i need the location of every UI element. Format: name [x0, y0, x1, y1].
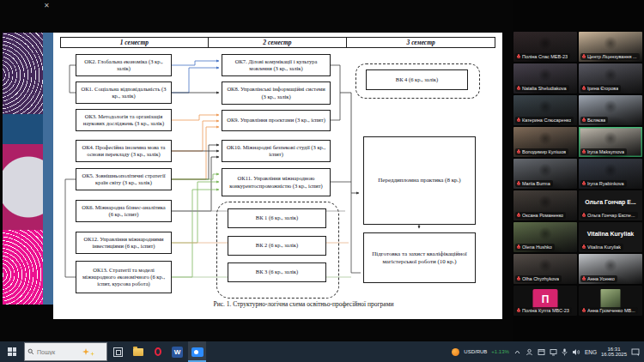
- course-box-ok8: ОК8. Управлінські інформаційні системи (…: [222, 81, 331, 105]
- course-box-ok9: ОК9. Управління проєктами (3 кр., іспит): [222, 110, 331, 131]
- participant-tile[interactable]: Анна Громченко МВ...: [579, 286, 642, 316]
- participant-name: Olena Hushko: [522, 244, 552, 250]
- participant-tile[interactable]: Володимир Кулішов: [513, 127, 577, 157]
- participant-tile[interactable]: Vitalina KuryliakVitalina Kuryliak: [579, 222, 642, 252]
- participant-tile[interactable]: Mariia Burma: [513, 159, 577, 189]
- screen-share-area: ✕: [0, 0, 513, 341]
- participant-name-pill: Анна Усенко: [580, 275, 617, 282]
- participant-name-pill: Катерина Слюсаренко: [515, 117, 574, 124]
- participant-name: Володимир Кулішов: [522, 149, 566, 154]
- participant-name-pill: Центр Ліцензування ...: [580, 53, 640, 60]
- muted-mic-icon: [517, 276, 520, 281]
- screen: ✕: [0, 0, 644, 362]
- participant-tile[interactable]: Анна Усенко: [579, 254, 642, 284]
- participant-tile[interactable]: Iryna Ryabinkova: [579, 159, 642, 189]
- clock[interactable]: 16:31 16.05.2025: [601, 347, 627, 357]
- close-icon[interactable]: ✕: [44, 2, 50, 9]
- copilot-sparkle-icon: [82, 348, 89, 355]
- participant-name-pill: Mariia Burma: [515, 180, 553, 187]
- windows-logo-icon: [8, 347, 16, 356]
- participant-name-pill: Анна Громченко МВ...: [580, 307, 638, 314]
- participant-name: Ірина Єгорова: [587, 86, 618, 91]
- participant-name-pill: Vitalina Kuryliak: [580, 244, 623, 250]
- muted-mic-icon: [582, 244, 586, 250]
- speaker-icon[interactable]: [572, 348, 580, 356]
- language-indicator[interactable]: ENG: [585, 349, 597, 355]
- participant-tile[interactable]: ППоліна Купта МВС-23: [513, 286, 577, 316]
- slide-decor-crimson-circle: [3, 144, 43, 230]
- participant-tile[interactable]: Центр Ліцензування ...: [579, 32, 642, 62]
- participant-name: Natalia Sheludiakova: [522, 86, 567, 91]
- video-camera-icon: [191, 347, 204, 357]
- zoom-app-button[interactable]: [188, 341, 206, 362]
- participant-name-pill: Olena Hushko: [515, 244, 555, 250]
- date-label: 16.05.2025: [601, 352, 627, 357]
- figure-caption: Рис. 1. Структурно-логічна схема освітнь…: [105, 300, 502, 308]
- action-center-icon[interactable]: [631, 348, 640, 356]
- participant-tile[interactable]: Olena Hushko: [513, 222, 577, 252]
- search-box[interactable]: [24, 342, 107, 361]
- course-box-vk1: ВК 1 (6 кр., залік): [228, 208, 326, 228]
- participant-name: Vitalina Kuryliak: [587, 244, 621, 250]
- currency-change: +1.13%: [491, 349, 509, 354]
- opera-browser-button[interactable]: [149, 341, 167, 362]
- participant-tile[interactable]: Olha Chyzhykova: [513, 254, 577, 284]
- word-button[interactable]: W: [168, 341, 186, 362]
- muted-mic-icon: [517, 308, 520, 313]
- muted-mic-icon: [582, 149, 586, 154]
- participant-name-pill: Ірина Єгорова: [580, 85, 621, 92]
- participant-tile[interactable]: Ольга Гончар Е...Ольга Гончар Експе...: [579, 190, 642, 220]
- participant-name: Бєляєва: [587, 118, 605, 123]
- task-view-button[interactable]: [109, 341, 127, 362]
- participant-name-pill: Iryna Maksymova: [580, 148, 627, 155]
- window-app-icon[interactable]: [538, 348, 545, 356]
- microphone-icon[interactable]: [562, 348, 568, 356]
- participant-tile[interactable]: Катерина Слюсаренко: [513, 95, 577, 125]
- muted-mic-icon: [582, 213, 586, 218]
- people-icon[interactable]: [526, 348, 533, 356]
- copilot-sparkle-small-icon: [90, 352, 94, 356]
- currency-pair[interactable]: USD/RUB: [464, 349, 487, 354]
- course-box-vk4: ВК 4 (6 кр., залік): [366, 69, 468, 90]
- muted-mic-icon: [517, 54, 520, 59]
- slide-decor-pink-rings: [3, 230, 43, 305]
- file-explorer-button[interactable]: [129, 341, 147, 362]
- task-view-icon: [113, 347, 123, 357]
- semester-3-header: 3 семестр: [347, 38, 495, 47]
- start-button[interactable]: [0, 341, 24, 362]
- semester-header: 1 семестр 2 семестр 3 семестр: [60, 37, 495, 48]
- folder-icon: [133, 348, 143, 356]
- participant-name: Центр Ліцензування ...: [587, 54, 637, 59]
- participant-tile[interactable]: Iryna Maksymova: [579, 127, 642, 157]
- participant-name: Поліна Купта МВС-23: [522, 308, 569, 313]
- slide-decor-blue-block: [3, 114, 43, 144]
- participant-tile[interactable]: Ірина Єгорова: [579, 63, 642, 94]
- muted-mic-icon: [517, 181, 520, 186]
- taskbar: W USD/RUB +1.13%: [0, 341, 644, 362]
- participant-tile[interactable]: Оксана Романенко: [513, 190, 577, 220]
- course-box-ok10: ОК10. Міжнародні безпекові студії (3 кр.…: [222, 140, 331, 162]
- participant-name: Iryna Ryabinkova: [587, 181, 624, 186]
- participant-name-pill: Natalia Sheludiakova: [515, 85, 569, 92]
- participant-name: Mariia Burma: [522, 181, 550, 186]
- participant-display-name: Ольга Гончар Е...: [579, 190, 642, 213]
- search-input[interactable]: [37, 349, 80, 355]
- participant-tile[interactable]: Natalia Sheludiakova: [513, 63, 577, 94]
- currency-widget-icon[interactable]: [452, 348, 459, 356]
- course-box-vk3: ВК 3 (6 кр., залік): [228, 262, 326, 282]
- participant-tile[interactable]: Бєляєва: [579, 95, 642, 125]
- semester-1-header: 1 семестр: [61, 38, 209, 47]
- muted-mic-icon: [582, 118, 586, 123]
- muted-mic-icon: [517, 213, 520, 218]
- opera-icon: [155, 347, 161, 356]
- slide-decor-purple-rings: [3, 33, 43, 114]
- participant-name: Оксана Романенко: [522, 213, 563, 218]
- semester-2-header: 2 семестр: [209, 38, 348, 47]
- participant-tile[interactable]: Поліна Спас МЕВ-23: [513, 32, 577, 62]
- course-box-ok5: ОК5. Зовнішньополітичні стратегії країн …: [76, 168, 172, 190]
- thesis-box: Підготовка та захист кваліфікаційної маг…: [363, 232, 476, 283]
- show-hidden-icons-chevron[interactable]: [513, 348, 521, 356]
- course-box-vk2: ВК 2 (6 кр., залік): [228, 236, 326, 256]
- muted-mic-icon: [517, 118, 520, 123]
- network-icon[interactable]: [550, 348, 557, 356]
